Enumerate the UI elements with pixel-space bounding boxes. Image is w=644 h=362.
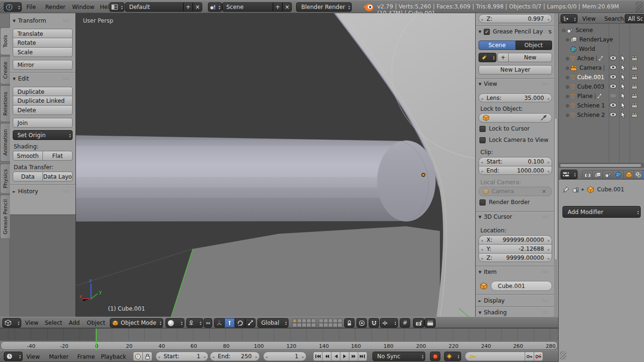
row-label[interactable]: Plane (577, 93, 593, 99)
panel-drag-dots-icon[interactable]: ∷∷ (64, 18, 69, 23)
hidden-eye-icon[interactable] (610, 93, 617, 98)
menu-file[interactable]: File (26, 2, 36, 12)
opengl-render-anim-button[interactable] (424, 318, 436, 328)
lock-camera-row[interactable]: Lock Camera to View (479, 137, 548, 143)
screen-layout-icon-dropdown[interactable] (109, 2, 124, 12)
keying-set-field[interactable] (465, 352, 525, 361)
stepper-left-icon[interactable] (481, 158, 483, 165)
hide-eye-icon[interactable] (610, 56, 617, 60)
render-border-checkbox[interactable] (479, 199, 486, 206)
stepper-right-icon[interactable] (548, 255, 550, 261)
expand-icon[interactable]: ⊕ (564, 37, 570, 42)
manipulator-translate-toggle[interactable] (224, 318, 235, 328)
screen-layout-add-button[interactable]: + (183, 2, 193, 12)
play-reverse-button[interactable] (331, 352, 340, 361)
frame-start-field[interactable]: Start: 1 (156, 352, 208, 361)
view-panel-header[interactable]: ▼ View ∷∷ (479, 80, 552, 88)
view3d-menu-object[interactable]: Object (87, 318, 105, 328)
timeline-scrubber-strip[interactable]: -40 -20 0 20 40 60 80 100 120 140 160 18… (0, 341, 558, 350)
view3d-menu-view[interactable]: View (25, 318, 38, 328)
stepper-left-icon[interactable] (265, 353, 267, 360)
local-camera-field[interactable]: Camera × (479, 187, 552, 196)
stepper-left-icon[interactable] (212, 353, 214, 360)
tab-grease-pencil[interactable]: Grease Pencil (0, 195, 10, 239)
cursor-x-field[interactable]: X: 999999.00000 (479, 235, 552, 244)
scene-icon-dropdown[interactable] (208, 2, 222, 12)
row-label[interactable]: World (579, 46, 595, 52)
row-label[interactable]: Schiene 2 (577, 112, 605, 118)
selectable-cursor-icon[interactable] (621, 102, 626, 109)
stepper-right-icon[interactable] (256, 353, 257, 360)
corner-grip[interactable] (636, 1, 643, 13)
panel-drag-dots-icon[interactable]: ∷∷ (543, 270, 548, 274)
outliner-row-renderlayer[interactable]: ⊕ RenderLaye (564, 35, 616, 44)
collapse-icon[interactable]: ⊖ (561, 28, 567, 33)
data-button[interactable]: Data (13, 172, 43, 181)
scene-field[interactable]: Scene (222, 2, 273, 12)
render-restrict-camera-icon[interactable] (631, 65, 638, 70)
outliner-row-scene[interactable]: ⊖ Scene (561, 25, 608, 35)
object-cube-icon[interactable] (587, 186, 594, 193)
timeline-scrollbar-pill[interactable]: -40 -20 0 20 40 60 80 100 120 140 160 18… (0, 341, 558, 350)
set-origin-dropdown[interactable]: Set Origin (13, 130, 73, 140)
timeline-region[interactable]: -40 -20 0 20 40 60 80 100 120 140 160 18… (0, 328, 558, 350)
expand-icon[interactable]: ⊕ (564, 75, 570, 80)
mode-dropdown[interactable]: Object Mode (110, 318, 163, 328)
add-modifier-dropdown[interactable]: Add Modifier (562, 206, 641, 218)
npanel-scrollbar-thumb[interactable] (554, 118, 557, 260)
gp-scene-tab[interactable]: Scene (479, 41, 516, 50)
outliner-hscrollbar-thumb[interactable] (560, 164, 642, 167)
auto-keyframe-toggle[interactable] (430, 352, 440, 361)
selectable-cursor-icon[interactable] (621, 74, 626, 81)
panel-drag-dots-icon[interactable]: ∷∷ (543, 214, 548, 219)
hide-eye-icon[interactable] (610, 103, 617, 107)
pivot-point-dropdown[interactable] (186, 318, 203, 328)
timeline-menu-view[interactable]: View (26, 352, 40, 362)
panel-drag-dots-icon[interactable]: ∷∷ (543, 310, 548, 315)
lock-time-toggle[interactable] (142, 352, 152, 361)
scale-button[interactable]: Scale (13, 47, 73, 57)
selectable-cursor-icon[interactable] (621, 65, 626, 71)
expand-icon[interactable]: ⊕ (564, 113, 570, 118)
gp-add-button[interactable]: + (497, 53, 509, 62)
hide-eye-icon[interactable] (610, 65, 617, 70)
scene-add-button[interactable]: + (273, 2, 282, 12)
snap-element-dropdown[interactable] (380, 318, 398, 328)
mirror-button[interactable]: Mirror (13, 60, 73, 70)
transform-panel-header[interactable]: ▼ Transform ∷∷ (13, 17, 73, 25)
gp-object-tab[interactable]: Object (516, 41, 553, 50)
join-button[interactable]: Join (13, 118, 73, 128)
stepper-left-icon[interactable] (481, 167, 483, 174)
expand-icon[interactable]: ⊕ (564, 94, 570, 99)
lens-field[interactable]: Lens: 35.000 (479, 93, 552, 102)
render-border-row[interactable]: Render Border (479, 199, 530, 206)
data-layout-button[interactable]: Data Layo (42, 172, 73, 181)
snap-peel-toggle[interactable]: # (400, 318, 410, 328)
translate-button[interactable]: Translate (13, 29, 73, 39)
lock-to-cursor-checkbox[interactable] (479, 126, 486, 132)
row-label[interactable]: Achse (577, 55, 594, 62)
stepper-right-icon[interactable] (302, 353, 304, 360)
delete-keyframe-button[interactable] (534, 352, 543, 361)
rotate-button[interactable]: Rotate (13, 38, 73, 48)
gp-pencil-dropdown[interactable] (479, 53, 496, 62)
stepper-right-icon[interactable] (548, 167, 550, 174)
scene-icon[interactable] (572, 187, 579, 193)
tab-scene-icon[interactable] (603, 170, 613, 179)
clear-icon[interactable]: × (542, 188, 546, 195)
timeline-menu-marker[interactable]: Marker (49, 352, 68, 362)
timeline-menu-frame[interactable]: Frame (77, 352, 95, 362)
viewport-3d[interactable]: User Persp (1) Cube.001 z x y (75, 13, 475, 317)
sync-dropdown[interactable]: No Sync (372, 352, 425, 361)
tab-constraints-icon[interactable] (634, 170, 643, 179)
panel-drag-dots-icon[interactable]: ∷∷ (64, 76, 69, 81)
edit-panel-header[interactable]: ▼ Edit ∷∷ (13, 75, 73, 82)
expand-icon[interactable]: ⊕ (564, 84, 570, 90)
outliner-row-world[interactable]: World (564, 44, 616, 54)
delete-button[interactable]: Delete (13, 105, 73, 115)
stepper-right-icon[interactable] (548, 95, 550, 101)
clip-start-field[interactable]: Start: 0.100 (479, 157, 552, 166)
tab-animation[interactable]: Animation (0, 123, 10, 162)
insert-keyframe-button[interactable] (525, 352, 534, 361)
view3d-menu-select[interactable]: Select (45, 318, 62, 328)
